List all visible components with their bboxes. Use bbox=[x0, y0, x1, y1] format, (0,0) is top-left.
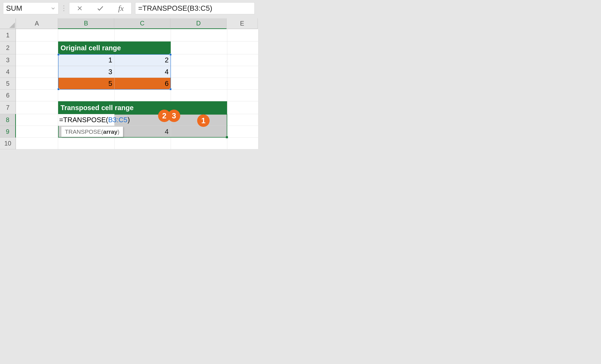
name-box[interactable]: SUM bbox=[3, 2, 59, 14]
tooltip-arg: array bbox=[103, 128, 117, 135]
spreadsheet-grid: A B C D E 1 2 3 4 5 6 7 8 9 10 bbox=[0, 18, 258, 149]
cell-A4[interactable] bbox=[16, 66, 58, 78]
name-box-dropdown-icon[interactable] bbox=[50, 6, 57, 11]
formula-ref: B3:C5 bbox=[108, 116, 127, 124]
cell-E4[interactable] bbox=[227, 66, 258, 78]
cell-B1[interactable] bbox=[58, 29, 114, 41]
cell-C4[interactable]: 4 bbox=[114, 66, 171, 78]
cell-A5[interactable] bbox=[16, 78, 58, 89]
cell-A1[interactable] bbox=[16, 29, 58, 41]
cell-B3[interactable]: 1 bbox=[58, 54, 114, 66]
cell-C6[interactable] bbox=[114, 89, 171, 101]
cell-C5[interactable]: 6 bbox=[114, 78, 171, 89]
cell-A6[interactable] bbox=[16, 89, 58, 101]
name-box-value: SUM bbox=[6, 4, 22, 12]
cell-D6[interactable] bbox=[171, 89, 227, 101]
row-header-6[interactable]: 6 bbox=[0, 89, 16, 101]
cell-B7-D7-header[interactable]: Transposed cell range bbox=[58, 101, 227, 114]
row-header-8[interactable]: 8 bbox=[0, 114, 16, 126]
cell-D3[interactable] bbox=[171, 54, 227, 66]
cell-E3[interactable] bbox=[227, 54, 258, 66]
fx-icon: fx bbox=[118, 4, 124, 13]
callout-badge-3: 3 bbox=[168, 109, 180, 122]
cell-B5[interactable]: 5 bbox=[58, 78, 114, 89]
callout-badge-1: 1 bbox=[197, 114, 210, 127]
tooltip-func: TRANSPOSE( bbox=[65, 128, 103, 135]
cell-B2-C2-header[interactable]: Original cell range bbox=[58, 41, 171, 54]
cell-C10[interactable] bbox=[114, 138, 171, 149]
insert-function-button[interactable]: fx bbox=[113, 3, 129, 14]
cell-D2[interactable] bbox=[171, 41, 227, 54]
cell-A7[interactable] bbox=[16, 101, 58, 114]
formula-bar: SUM fx =TRANSPOSE(B3:C5) bbox=[0, 0, 258, 18]
select-all-corner[interactable] bbox=[0, 18, 16, 29]
cell-B10[interactable] bbox=[58, 138, 114, 149]
col-header-B[interactable]: B bbox=[58, 18, 114, 29]
cell-A10[interactable] bbox=[16, 138, 58, 149]
row-header-3[interactable]: 3 bbox=[0, 54, 16, 66]
cell-C1[interactable] bbox=[114, 29, 171, 41]
formula-input-text: =TRANSPOSE(B3:C5) bbox=[138, 4, 212, 12]
formula-prefix: =TRANSPOSE( bbox=[59, 116, 108, 124]
cell-D5[interactable] bbox=[171, 78, 227, 89]
row-header-10[interactable]: 10 bbox=[0, 138, 16, 149]
row-header-9[interactable]: 9 bbox=[0, 126, 16, 138]
cell-D4[interactable] bbox=[171, 66, 227, 78]
cell-D1[interactable] bbox=[171, 29, 227, 41]
row-header-5[interactable]: 5 bbox=[0, 78, 16, 89]
cell-A9[interactable] bbox=[16, 126, 58, 138]
cell-A3[interactable] bbox=[16, 54, 58, 66]
col-header-A[interactable]: A bbox=[16, 18, 58, 29]
cell-B6[interactable] bbox=[58, 89, 114, 101]
row-header-1[interactable]: 1 bbox=[0, 29, 16, 41]
cell-A2[interactable] bbox=[16, 41, 58, 54]
cell-E1[interactable] bbox=[227, 29, 258, 41]
col-header-E[interactable]: E bbox=[227, 18, 258, 29]
row-header-4[interactable]: 4 bbox=[0, 66, 16, 78]
cell-E6[interactable] bbox=[227, 89, 258, 101]
cell-B4[interactable]: 3 bbox=[58, 66, 114, 78]
cell-E2[interactable] bbox=[227, 41, 258, 54]
col-header-C[interactable]: C bbox=[114, 18, 170, 29]
tooltip-close: ) bbox=[117, 128, 119, 135]
cell-E8[interactable] bbox=[227, 114, 258, 126]
row-header-7[interactable]: 7 bbox=[0, 101, 16, 114]
formula-bar-grip-icon bbox=[62, 5, 65, 11]
cell-D10[interactable] bbox=[171, 138, 227, 149]
function-tooltip: TRANSPOSE(array) bbox=[61, 127, 123, 137]
cell-E7[interactable] bbox=[227, 101, 258, 114]
confirm-formula-button[interactable] bbox=[92, 3, 108, 14]
cell-C3[interactable]: 2 bbox=[114, 54, 171, 66]
cell-A8[interactable] bbox=[16, 114, 58, 126]
cell-E10[interactable] bbox=[227, 138, 258, 149]
formula-bar-buttons: fx bbox=[69, 2, 131, 14]
cell-E5[interactable] bbox=[227, 78, 258, 89]
cell-B8-editing[interactable]: =TRANSPOSE(B3:C5) bbox=[58, 114, 114, 126]
cancel-formula-button[interactable] bbox=[72, 3, 88, 14]
cell-E9[interactable] bbox=[227, 126, 258, 138]
col-header-D[interactable]: D bbox=[170, 18, 227, 29]
row-header-2[interactable]: 2 bbox=[0, 41, 16, 54]
cell-D9[interactable] bbox=[171, 126, 227, 138]
formula-input[interactable]: =TRANSPOSE(B3:C5) bbox=[135, 2, 255, 14]
formula-suffix: ) bbox=[128, 116, 130, 124]
